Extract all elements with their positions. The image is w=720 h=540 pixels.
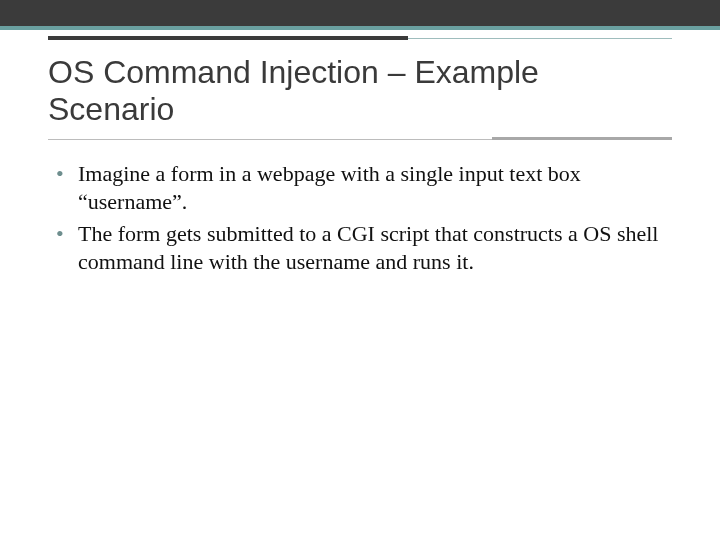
bullet-list: Imagine a form in a webpage with a singl… xyxy=(56,160,664,277)
title-underline-row xyxy=(0,136,720,146)
title-underline-short xyxy=(492,137,672,140)
bullet-item: The form gets submitted to a CGI script … xyxy=(56,220,664,276)
accent-line-row xyxy=(0,34,720,46)
slide-title: OS Command Injection – Example Scenario xyxy=(0,46,720,134)
bullet-item: Imagine a form in a webpage with a singl… xyxy=(56,160,664,216)
slide: OS Command Injection – Example Scenario … xyxy=(0,0,720,540)
top-bar xyxy=(0,0,720,30)
slide-body: Imagine a form in a webpage with a singl… xyxy=(0,146,720,277)
accent-thick-line xyxy=(48,36,408,40)
